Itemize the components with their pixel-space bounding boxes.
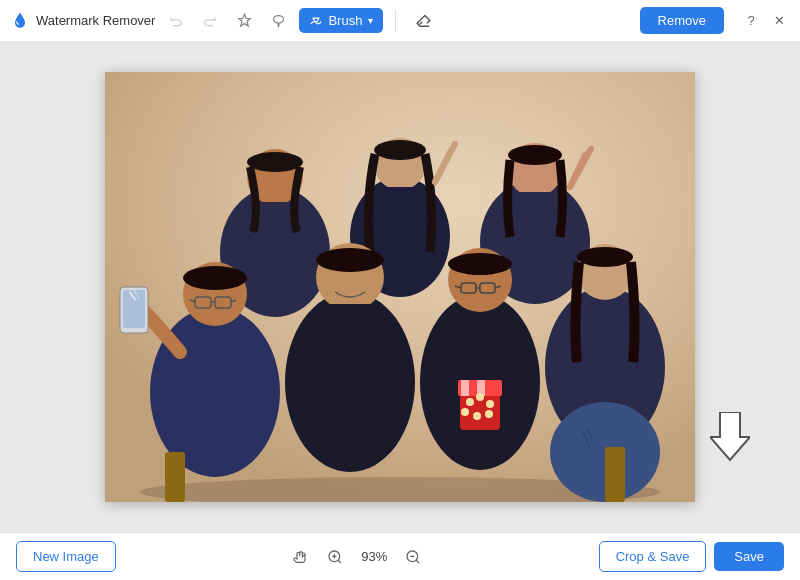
lasso-button[interactable] [265, 8, 291, 34]
brush-icon [309, 14, 323, 28]
app-logo: Watermark Remover [10, 11, 155, 31]
svg-point-49 [461, 408, 469, 416]
download-arrow-icon [710, 412, 750, 462]
window-controls: ? ✕ [740, 10, 790, 32]
svg-rect-59 [605, 447, 625, 502]
hand-icon [293, 549, 309, 565]
svg-line-62 [338, 560, 341, 563]
svg-marker-60 [710, 412, 750, 460]
svg-rect-28 [123, 290, 145, 328]
svg-line-66 [416, 560, 419, 563]
zoom-level-label: 93% [356, 549, 392, 564]
brush-label: Brush [328, 13, 362, 28]
svg-point-54 [577, 247, 633, 267]
crop-save-button[interactable]: Crop & Save [599, 541, 707, 572]
undo-button[interactable] [163, 8, 189, 34]
app-logo-icon [10, 11, 30, 31]
svg-point-33 [316, 248, 384, 272]
svg-point-47 [476, 393, 484, 401]
save-label: Save [734, 549, 764, 564]
brush-button[interactable]: Brush ▾ [299, 8, 383, 33]
help-icon: ? [747, 13, 754, 28]
svg-point-26 [183, 266, 247, 290]
pin-button[interactable] [231, 8, 257, 34]
toolbar-divider [395, 10, 396, 32]
app-name-label: Watermark Remover [36, 13, 155, 28]
download-arrow [710, 412, 750, 452]
svg-point-46 [466, 398, 474, 406]
zoom-out-button[interactable] [400, 544, 426, 570]
canvas-area [0, 42, 800, 532]
svg-point-31 [285, 292, 415, 472]
remove-button[interactable]: Remove [640, 7, 724, 34]
remove-label: Remove [658, 13, 706, 28]
svg-point-51 [485, 410, 493, 418]
bottom-actions: Crop & Save Save [599, 541, 784, 572]
svg-point-15 [508, 145, 562, 165]
zoom-controls: 93% [288, 544, 426, 570]
redo-button[interactable] [197, 8, 223, 34]
photo-canvas [105, 72, 695, 502]
svg-point-50 [473, 412, 481, 420]
svg-point-6 [247, 152, 303, 172]
close-icon: ✕ [774, 13, 785, 28]
svg-rect-58 [165, 452, 185, 502]
svg-point-41 [448, 253, 512, 275]
hand-tool-button[interactable] [288, 544, 314, 570]
svg-point-9 [374, 140, 426, 160]
eraser-icon [415, 12, 432, 29]
eraser-button[interactable] [408, 6, 438, 36]
brush-chevron: ▾ [368, 15, 373, 26]
titlebar: Watermark Remover Brush ▾ [0, 0, 800, 42]
svg-rect-44 [461, 380, 469, 396]
zoom-out-icon [405, 549, 421, 565]
photo-container[interactable] [105, 72, 695, 502]
bottom-bar: New Image 93% Crop & Save Save [0, 532, 800, 580]
zoom-in-icon [327, 549, 343, 565]
new-image-label: New Image [33, 549, 99, 564]
close-button[interactable]: ✕ [768, 10, 790, 32]
help-button[interactable]: ? [740, 10, 762, 32]
zoom-in-button[interactable] [322, 544, 348, 570]
svg-point-48 [486, 400, 494, 408]
crop-save-label: Crop & Save [616, 549, 690, 564]
save-button[interactable]: Save [714, 542, 784, 571]
new-image-button[interactable]: New Image [16, 541, 116, 572]
svg-point-0 [273, 16, 283, 24]
